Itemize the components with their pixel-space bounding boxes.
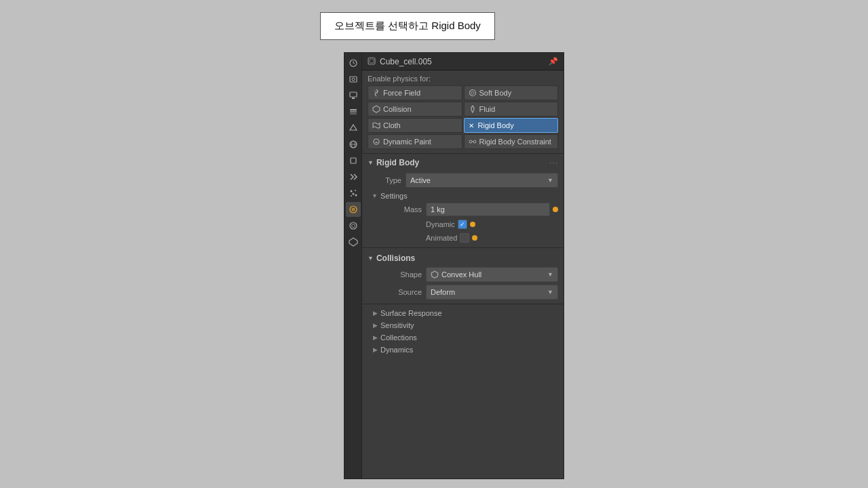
physics-btn-rigid-body[interactable]: ✕ Rigid Body bbox=[464, 118, 559, 133]
svg-point-26 bbox=[469, 90, 475, 96]
type-value: Active bbox=[410, 176, 431, 184]
settings-section-header[interactable]: ▼ Settings bbox=[362, 190, 564, 201]
divider-3 bbox=[362, 304, 564, 304]
dynamic-check-icon: ✓ bbox=[460, 221, 465, 228]
svg-point-15 bbox=[352, 193, 354, 195]
svg-marker-33 bbox=[431, 271, 438, 278]
source-row: Source Deform ▼ bbox=[362, 283, 564, 301]
sidebar-icon-physics[interactable] bbox=[346, 202, 361, 217]
divider-1 bbox=[362, 153, 564, 154]
rigid-body-label: Rigid Body bbox=[478, 121, 514, 129]
sidebar-icon-constraints[interactable] bbox=[346, 218, 361, 233]
convex-hull-icon bbox=[431, 270, 439, 279]
svg-point-13 bbox=[350, 190, 352, 192]
physics-btn-rigid-body-constraint[interactable]: Rigid Body Constraint bbox=[464, 134, 559, 149]
sidebar-icon-data[interactable] bbox=[346, 235, 361, 249]
physics-btn-cloth[interactable]: Cloth bbox=[368, 118, 462, 133]
shape-row: Shape Convex Hull ▼ bbox=[362, 266, 564, 283]
svg-rect-6 bbox=[350, 111, 357, 113]
rigid-body-collapse-arrow: ▼ bbox=[368, 159, 374, 166]
svg-marker-28 bbox=[373, 106, 380, 113]
shape-label: Shape bbox=[368, 270, 422, 279]
sidebar-icon-object[interactable] bbox=[346, 153, 361, 168]
cloth-label: Cloth bbox=[383, 121, 401, 129]
physics-btn-collision[interactable]: Collision bbox=[368, 102, 462, 117]
collections-label: Collections bbox=[380, 333, 417, 342]
physics-btn-dynamic-paint[interactable]: Dynamic Paint bbox=[368, 134, 462, 149]
force-field-label: Force Field bbox=[383, 89, 420, 97]
physics-btn-fluid[interactable]: Fluid bbox=[464, 102, 559, 117]
svg-rect-1 bbox=[350, 77, 357, 82]
svg-point-21 bbox=[350, 222, 357, 229]
panel-header-icon bbox=[368, 57, 376, 66]
animated-label: Animated bbox=[426, 234, 457, 242]
panel-pin-button[interactable]: 📌 bbox=[549, 57, 558, 66]
type-dropdown-arrow: ▼ bbox=[547, 177, 553, 184]
physics-btn-soft-body[interactable]: Soft Body bbox=[464, 85, 559, 100]
collisions-collapse-arrow: ▼ bbox=[368, 255, 374, 262]
dynamic-row: Dynamic ✓ bbox=[362, 218, 564, 231]
sidebar-icon-output[interactable] bbox=[346, 88, 361, 103]
sidebar-icon-scene[interactable] bbox=[346, 56, 361, 70]
sensitivity-arrow: ▶ bbox=[373, 322, 378, 329]
enable-physics-label: Enable physics for: bbox=[368, 75, 558, 83]
fluid-label: Fluid bbox=[479, 105, 496, 113]
sidebar-icon-particles[interactable] bbox=[346, 186, 361, 201]
main-content: Cube_cell.005 📌 Enable physics for: Forc… bbox=[362, 53, 564, 479]
mass-dot bbox=[553, 207, 558, 212]
collections-section[interactable]: ▶ Collections bbox=[362, 331, 564, 344]
rigid-body-section-title: Rigid Body bbox=[376, 158, 419, 167]
animated-dot bbox=[472, 235, 477, 241]
sidebar-icons bbox=[344, 53, 362, 479]
dynamic-checkbox[interactable]: ✓ bbox=[458, 220, 467, 229]
physics-btn-force-field[interactable]: Force Field bbox=[368, 85, 462, 100]
sidebar-icon-render[interactable] bbox=[346, 72, 361, 87]
mass-input[interactable]: 1 kg bbox=[426, 203, 550, 216]
source-dropdown-arrow: ▼ bbox=[547, 289, 553, 296]
instruction-text: 오브젝트를 선택하고 Rigid Body bbox=[334, 20, 481, 31]
svg-point-17 bbox=[355, 195, 357, 197]
shape-dropdown-arrow: ▼ bbox=[547, 271, 553, 278]
source-select[interactable]: Deform ▼ bbox=[426, 285, 558, 300]
sensitivity-label: Sensitivity bbox=[380, 321, 414, 329]
svg-point-20 bbox=[353, 209, 354, 210]
svg-point-22 bbox=[351, 224, 355, 228]
source-value: Deform bbox=[431, 288, 455, 296]
animated-row: Animated bbox=[362, 231, 564, 245]
dynamics-arrow: ▶ bbox=[373, 346, 378, 353]
rigid-body-constraint-label: Rigid Body Constraint bbox=[479, 138, 551, 146]
mass-value: 1 kg bbox=[431, 205, 445, 214]
svg-marker-23 bbox=[349, 238, 357, 246]
rigid-body-options-dots[interactable]: ··· bbox=[549, 158, 558, 167]
dynamic-label: Dynamic bbox=[426, 220, 455, 228]
surface-response-section[interactable]: ▶ Surface Response bbox=[362, 307, 564, 319]
mass-label: Mass bbox=[368, 205, 422, 214]
collections-arrow: ▶ bbox=[373, 334, 378, 341]
svg-rect-3 bbox=[350, 92, 357, 97]
dynamics-section[interactable]: ▶ Dynamics bbox=[362, 344, 564, 356]
surface-response-arrow: ▶ bbox=[373, 310, 378, 317]
collisions-section-header[interactable]: ▼ Collisions bbox=[362, 251, 564, 266]
svg-rect-4 bbox=[352, 98, 355, 99]
sidebar-icon-modifier[interactable] bbox=[346, 169, 361, 184]
panel-header-title: Cube_cell.005 bbox=[380, 57, 432, 66]
svg-point-31 bbox=[473, 140, 476, 143]
svg-point-30 bbox=[469, 140, 472, 143]
shape-select[interactable]: Convex Hull ▼ bbox=[426, 267, 558, 282]
svg-point-16 bbox=[351, 195, 352, 197]
settings-section-title: Settings bbox=[380, 192, 408, 200]
sidebar-icon-world[interactable] bbox=[346, 137, 361, 152]
settings-collapse-arrow: ▼ bbox=[372, 192, 378, 199]
shape-value-text: Convex Hull bbox=[441, 270, 481, 279]
sidebar-icon-scene2[interactable] bbox=[346, 121, 361, 136]
dynamic-paint-label: Dynamic Paint bbox=[383, 138, 431, 146]
type-label: Type bbox=[368, 176, 401, 184]
rigid-body-section-header[interactable]: ▼ Rigid Body ··· bbox=[362, 155, 564, 170]
blender-panel: Cube_cell.005 📌 Enable physics for: Forc… bbox=[344, 52, 564, 479]
animated-checkbox[interactable] bbox=[460, 233, 469, 243]
sidebar-icon-view-layer[interactable] bbox=[346, 104, 361, 119]
type-select[interactable]: Active ▼ bbox=[406, 173, 558, 188]
dynamics-label: Dynamics bbox=[380, 346, 413, 354]
sensitivity-section[interactable]: ▶ Sensitivity bbox=[362, 319, 564, 331]
close-x-icon: ✕ bbox=[469, 122, 474, 129]
